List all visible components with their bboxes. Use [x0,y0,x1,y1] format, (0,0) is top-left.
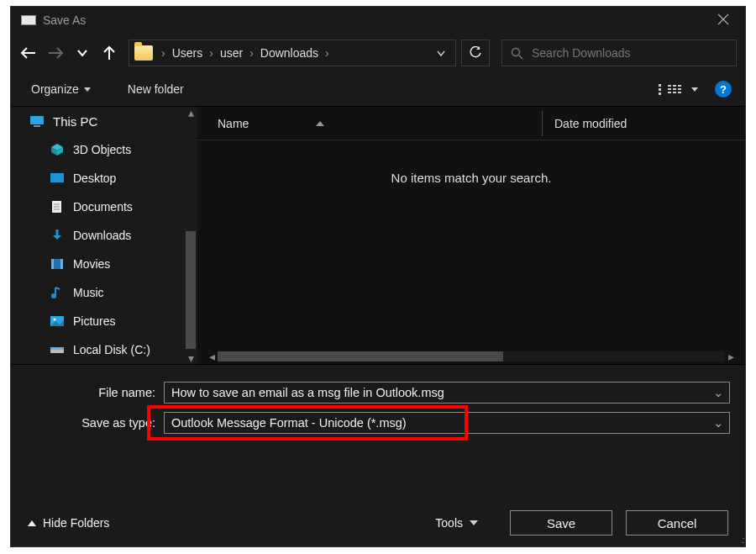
file-list-area: Name Date modified No items match your s… [197,107,745,364]
svg-rect-19 [51,259,54,269]
filename-label: File name: [26,386,164,399]
save-button[interactable]: Save [510,510,612,536]
tree-pictures[interactable]: Pictures [11,307,197,335]
filename-input[interactable]: How to save an email as a msg file in Ou… [164,382,730,404]
navigation-tree[interactable]: This PC 3D Objects Desktop Documents Dow… [11,107,197,364]
refresh-button[interactable] [461,40,490,66]
hide-folders-toggle[interactable]: Hide Folders [28,516,109,530]
save-as-type-label: Save as type: [26,416,164,430]
window-title: Save As [43,13,706,27]
horizontal-scrollbar[interactable]: ◂ ▸ [206,351,737,362]
view-options-button[interactable] [659,84,698,95]
scroll-left-icon: ◂ [206,350,218,363]
navigation-bar: › Users › user › Downloads › Search Down… [11,34,745,72]
document-icon [50,200,65,214]
picture-icon [50,314,65,328]
empty-state-message: No items match your search. [197,171,745,185]
explorer-body: This PC 3D Objects Desktop Documents Dow… [11,106,745,365]
scrollbar-thumb[interactable] [218,351,503,361]
address-bar[interactable]: › Users › user › Downloads › [129,40,456,66]
forward-button[interactable] [45,42,66,64]
film-icon [50,257,65,271]
drive-icon [50,343,65,356]
tree-documents[interactable]: Documents [11,193,197,221]
cancel-button[interactable]: Cancel [626,510,728,536]
recent-locations-button[interactable] [71,42,93,64]
scrollbar-thumb[interactable] [186,231,196,349]
help-button[interactable]: ? [715,81,732,98]
details-icon [668,85,681,93]
organize-menu[interactable]: Organize [31,82,91,96]
svg-rect-20 [60,259,63,269]
breadcrumb-user[interactable]: user [215,46,248,60]
close-button[interactable] [706,12,740,29]
search-input[interactable]: Search Downloads [501,40,737,66]
tree-3d-objects[interactable]: 3D Objects [11,135,197,164]
sidebar-scrollbar[interactable]: ▴ ▾ [184,107,197,364]
chevron-down-icon[interactable]: ⌄ [713,386,724,399]
tools-menu[interactable]: Tools [435,516,478,530]
svg-rect-12 [50,173,64,182]
search-placeholder: Search Downloads [532,46,631,60]
breadcrumb-users[interactable]: Users [167,46,208,60]
tree-movies[interactable]: Movies [11,250,197,278]
scroll-right-icon: ▸ [725,350,737,363]
tree-music[interactable]: Music [11,278,197,307]
desktop-icon [50,171,65,185]
back-button[interactable] [18,42,39,64]
refresh-icon [469,46,482,60]
arrow-left-icon [20,46,37,60]
column-headers: Name Date modified [197,107,745,140]
close-icon [717,13,729,25]
search-icon [511,47,523,60]
dialog-actions: Hide Folders Tools Save Cancel [11,499,745,546]
chevron-down-icon[interactable]: ⌄ [713,416,724,430]
chevron-right-icon: › [323,46,331,60]
svg-line-6 [519,55,522,59]
chevron-down-icon [437,50,445,57]
save-as-dialog: Save As › Users › user › Downloads › [10,6,746,547]
chevron-down-icon [77,49,87,57]
tree-downloads[interactable]: Downloads [11,221,197,250]
scroll-up-icon: ▴ [184,107,197,119]
scroll-down-icon: ▾ [184,352,197,364]
column-header-name[interactable]: Name [197,117,542,130]
breadcrumb-downloads[interactable]: Downloads [255,46,323,60]
cube-icon [50,143,65,156]
tree-desktop[interactable]: Desktop [11,164,197,193]
save-form: File name: How to save an email as a msg… [11,365,745,449]
svg-point-23 [54,319,56,321]
music-icon [50,286,65,299]
chevron-right-icon: › [160,46,167,60]
svg-rect-7 [30,116,44,124]
address-dropdown[interactable] [432,46,450,60]
download-icon [50,229,65,242]
resize-grip-icon[interactable]: .:: [741,535,743,545]
save-as-type-select[interactable]: Outlook Message Format - Unicode (*.msg)… [164,412,730,434]
title-bar: Save As [11,7,745,34]
arrow-right-icon [47,46,64,60]
app-icon [21,15,36,25]
svg-rect-8 [34,125,40,127]
svg-point-5 [512,48,520,55]
arrow-up-icon [102,45,116,61]
up-button[interactable] [98,42,120,64]
tree-this-pc[interactable]: This PC [11,107,197,135]
list-icon [659,84,661,95]
pc-icon [29,114,45,128]
chevron-right-icon: › [248,46,255,60]
new-folder-button[interactable]: New folder [128,82,184,96]
toolbar: Organize New folder ? [11,72,745,106]
chevron-right-icon: › [207,46,215,60]
folder-icon [134,45,153,61]
svg-rect-25 [50,347,64,350]
column-header-date[interactable]: Date modified [543,117,627,130]
svg-point-21 [51,293,56,298]
tree-local-disk-c[interactable]: Local Disk (C:) [11,335,197,364]
